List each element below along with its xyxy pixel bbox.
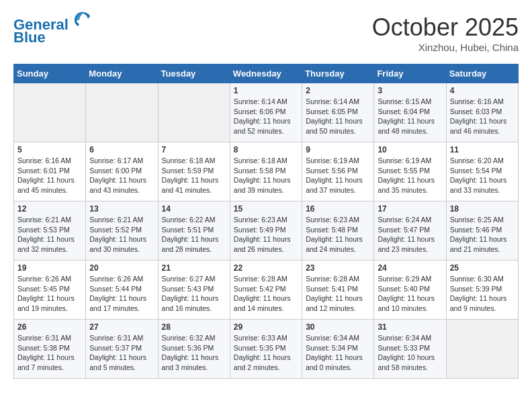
calendar-day-cell: 25Sunrise: 6:30 AMSunset: 5:39 PMDayligh… xyxy=(446,261,518,320)
day-number: 10 xyxy=(378,145,442,154)
day-info: Sunrise: 6:23 AMSunset: 5:48 PMDaylight:… xyxy=(306,215,370,255)
calendar-week-row: 19Sunrise: 6:26 AMSunset: 5:45 PMDayligh… xyxy=(14,261,519,320)
day-info: Sunrise: 6:14 AMSunset: 6:05 PMDaylight:… xyxy=(306,97,370,136)
day-number: 29 xyxy=(234,322,298,332)
day-number: 11 xyxy=(450,145,515,154)
calendar-day-cell: 9Sunrise: 6:19 AMSunset: 5:56 PMDaylight… xyxy=(302,142,374,201)
calendar-day-cell: 6Sunrise: 6:17 AMSunset: 6:00 PMDaylight… xyxy=(86,142,158,201)
location-subtitle: Xinzhou, Hubei, China xyxy=(372,42,519,53)
month-title: October 2025 xyxy=(372,13,519,42)
day-number: 25 xyxy=(450,263,515,273)
day-info: Sunrise: 6:25 AMSunset: 5:46 PMDaylight:… xyxy=(450,215,515,255)
day-number: 16 xyxy=(306,204,370,214)
day-number: 6 xyxy=(89,145,154,154)
day-number: 18 xyxy=(450,204,515,214)
day-number: 14 xyxy=(162,204,226,214)
day-number: 20 xyxy=(89,263,154,273)
calendar-day-cell xyxy=(14,83,86,142)
day-number: 31 xyxy=(378,322,442,332)
weekday-header-cell: Thursday xyxy=(302,64,374,83)
calendar-day-cell: 24Sunrise: 6:29 AMSunset: 5:40 PMDayligh… xyxy=(374,261,446,320)
day-info: Sunrise: 6:33 AMSunset: 5:35 PMDaylight:… xyxy=(234,333,298,373)
weekday-header-cell: Monday xyxy=(86,64,158,83)
day-number: 1 xyxy=(234,86,298,95)
weekday-header-cell: Friday xyxy=(374,64,446,83)
calendar-day-cell: 5Sunrise: 6:16 AMSunset: 6:01 PMDaylight… xyxy=(14,142,86,201)
calendar-day-cell: 26Sunrise: 6:31 AMSunset: 5:38 PMDayligh… xyxy=(14,320,86,379)
calendar-day-cell: 19Sunrise: 6:26 AMSunset: 5:45 PMDayligh… xyxy=(14,261,86,320)
day-number: 22 xyxy=(234,263,298,273)
day-info: Sunrise: 6:15 AMSunset: 6:04 PMDaylight:… xyxy=(378,97,442,136)
day-number: 8 xyxy=(234,145,298,154)
day-number: 9 xyxy=(306,145,370,154)
calendar-day-cell: 13Sunrise: 6:21 AMSunset: 5:52 PMDayligh… xyxy=(86,201,158,261)
weekday-header-cell: Sunday xyxy=(14,64,86,83)
day-info: Sunrise: 6:18 AMSunset: 5:58 PMDaylight:… xyxy=(234,156,298,195)
calendar-week-row: 1Sunrise: 6:14 AMSunset: 6:06 PMDaylight… xyxy=(14,83,519,142)
calendar-table: SundayMondayTuesdayWednesdayThursdayFrid… xyxy=(13,64,519,379)
calendar-day-cell: 2Sunrise: 6:14 AMSunset: 6:05 PMDaylight… xyxy=(302,83,374,142)
day-number: 30 xyxy=(306,322,370,332)
calendar-day-cell: 14Sunrise: 6:22 AMSunset: 5:51 PMDayligh… xyxy=(158,201,230,261)
day-info: Sunrise: 6:22 AMSunset: 5:51 PMDaylight:… xyxy=(162,215,226,255)
day-number: 5 xyxy=(17,145,82,154)
day-info: Sunrise: 6:34 AMSunset: 5:33 PMDaylight:… xyxy=(378,333,442,373)
day-number: 12 xyxy=(17,204,82,214)
day-info: Sunrise: 6:26 AMSunset: 5:44 PMDaylight:… xyxy=(89,274,154,314)
calendar-day-cell: 22Sunrise: 6:28 AMSunset: 5:42 PMDayligh… xyxy=(230,261,302,320)
calendar-day-cell: 10Sunrise: 6:19 AMSunset: 5:55 PMDayligh… xyxy=(374,142,446,201)
day-number: 13 xyxy=(89,204,154,214)
calendar-day-cell: 16Sunrise: 6:23 AMSunset: 5:48 PMDayligh… xyxy=(302,201,374,261)
calendar-day-cell: 12Sunrise: 6:21 AMSunset: 5:53 PMDayligh… xyxy=(14,201,86,261)
calendar-day-cell: 15Sunrise: 6:23 AMSunset: 5:49 PMDayligh… xyxy=(230,201,302,261)
day-info: Sunrise: 6:23 AMSunset: 5:49 PMDaylight:… xyxy=(234,215,298,255)
title-block: October 2025 Xinzhou, Hubei, China xyxy=(372,13,519,53)
calendar-day-cell: 8Sunrise: 6:18 AMSunset: 5:58 PMDaylight… xyxy=(230,142,302,201)
calendar-body: 1Sunrise: 6:14 AMSunset: 6:06 PMDaylight… xyxy=(14,83,519,379)
day-info: Sunrise: 6:34 AMSunset: 5:34 PMDaylight:… xyxy=(306,333,370,373)
calendar-day-cell xyxy=(86,83,158,142)
calendar-day-cell: 18Sunrise: 6:25 AMSunset: 5:46 PMDayligh… xyxy=(446,201,518,261)
day-info: Sunrise: 6:32 AMSunset: 5:36 PMDaylight:… xyxy=(162,333,226,373)
day-info: Sunrise: 6:21 AMSunset: 5:52 PMDaylight:… xyxy=(89,215,154,255)
calendar-day-cell: 23Sunrise: 6:28 AMSunset: 5:41 PMDayligh… xyxy=(302,261,374,320)
day-number: 7 xyxy=(162,145,226,154)
day-info: Sunrise: 6:16 AMSunset: 6:03 PMDaylight:… xyxy=(450,97,515,136)
day-info: Sunrise: 6:24 AMSunset: 5:47 PMDaylight:… xyxy=(378,215,442,255)
day-number: 15 xyxy=(234,204,298,214)
calendar-day-cell: 28Sunrise: 6:32 AMSunset: 5:36 PMDayligh… xyxy=(158,320,230,379)
day-number: 2 xyxy=(306,86,370,95)
day-info: Sunrise: 6:26 AMSunset: 5:45 PMDaylight:… xyxy=(17,274,82,314)
day-info: Sunrise: 6:18 AMSunset: 5:59 PMDaylight:… xyxy=(162,156,226,195)
calendar-day-cell: 29Sunrise: 6:33 AMSunset: 5:35 PMDayligh… xyxy=(230,320,302,379)
page-header: General Blue October 2025 Xinzhou, Hubei… xyxy=(13,13,519,53)
calendar-day-cell: 11Sunrise: 6:20 AMSunset: 5:54 PMDayligh… xyxy=(446,142,518,201)
calendar-day-cell: 20Sunrise: 6:26 AMSunset: 5:44 PMDayligh… xyxy=(86,261,158,320)
calendar-week-row: 5Sunrise: 6:16 AMSunset: 6:01 PMDaylight… xyxy=(14,142,519,201)
day-info: Sunrise: 6:28 AMSunset: 5:41 PMDaylight:… xyxy=(306,274,370,314)
day-info: Sunrise: 6:31 AMSunset: 5:37 PMDaylight:… xyxy=(89,333,154,373)
day-info: Sunrise: 6:27 AMSunset: 5:43 PMDaylight:… xyxy=(162,274,226,314)
calendar-day-cell: 17Sunrise: 6:24 AMSunset: 5:47 PMDayligh… xyxy=(374,201,446,261)
weekday-header-cell: Saturday xyxy=(446,64,518,83)
day-info: Sunrise: 6:29 AMSunset: 5:40 PMDaylight:… xyxy=(378,274,442,314)
calendar-week-row: 26Sunrise: 6:31 AMSunset: 5:38 PMDayligh… xyxy=(14,320,519,379)
day-number: 26 xyxy=(17,322,82,332)
calendar-day-cell: 21Sunrise: 6:27 AMSunset: 5:43 PMDayligh… xyxy=(158,261,230,320)
weekday-header-row: SundayMondayTuesdayWednesdayThursdayFrid… xyxy=(14,64,519,83)
calendar-day-cell: 4Sunrise: 6:16 AMSunset: 6:03 PMDaylight… xyxy=(446,83,518,142)
logo-icon xyxy=(74,11,90,27)
day-number: 28 xyxy=(162,322,226,332)
day-number: 21 xyxy=(162,263,226,273)
day-number: 27 xyxy=(89,322,154,332)
calendar-day-cell: 27Sunrise: 6:31 AMSunset: 5:37 PMDayligh… xyxy=(86,320,158,379)
day-number: 17 xyxy=(378,204,442,214)
day-info: Sunrise: 6:20 AMSunset: 5:54 PMDaylight:… xyxy=(450,156,515,195)
day-info: Sunrise: 6:19 AMSunset: 5:55 PMDaylight:… xyxy=(378,156,442,195)
weekday-header-cell: Tuesday xyxy=(158,64,230,83)
calendar-day-cell xyxy=(158,83,230,142)
day-info: Sunrise: 6:16 AMSunset: 6:01 PMDaylight:… xyxy=(17,156,82,195)
weekday-header-cell: Wednesday xyxy=(230,64,302,83)
logo: General Blue xyxy=(13,13,90,46)
calendar-day-cell: 3Sunrise: 6:15 AMSunset: 6:04 PMDaylight… xyxy=(374,83,446,142)
